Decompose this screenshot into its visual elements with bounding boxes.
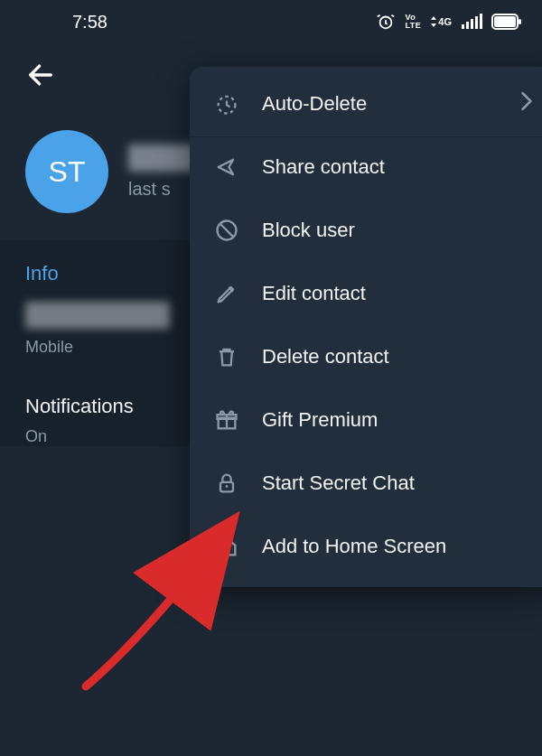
back-icon[interactable] <box>25 78 56 93</box>
svg-point-14 <box>226 485 229 488</box>
svg-rect-8 <box>519 19 521 24</box>
battery-icon <box>491 14 522 30</box>
timer-icon <box>213 90 240 117</box>
gift-icon <box>213 406 240 434</box>
lock-icon <box>213 470 240 497</box>
menu-label: Share contact <box>262 155 533 179</box>
avatar-initials: ST <box>49 155 86 189</box>
menu-item-gift-premium[interactable]: Gift Premium <box>190 388 542 452</box>
menu-label: Start Secret Chat <box>262 471 533 495</box>
menu-item-auto-delete[interactable]: Auto-Delete <box>190 72 542 135</box>
menu-item-delete-contact[interactable]: Delete contact <box>190 325 542 388</box>
chevron-right-icon <box>520 91 533 117</box>
svg-rect-3 <box>471 19 473 29</box>
pencil-icon <box>213 280 240 307</box>
add-home-icon <box>213 533 240 560</box>
svg-rect-7 <box>494 16 516 27</box>
menu-item-start-secret-chat[interactable]: Start Secret Chat <box>190 452 542 515</box>
svg-rect-5 <box>480 14 482 29</box>
menu-item-block-user[interactable]: Block user <box>190 199 542 262</box>
menu-item-add-to-home-screen[interactable]: Add to Home Screen <box>190 515 542 578</box>
block-icon <box>213 217 240 244</box>
menu-label: Edit contact <box>262 282 533 305</box>
menu-label: Delete contact <box>262 345 533 369</box>
menu-item-share-contact[interactable]: Share contact <box>190 135 542 199</box>
status-time: 7:58 <box>72 12 107 33</box>
context-menu: Auto-Delete Share contact Block user Edi… <box>190 67 542 587</box>
svg-rect-2 <box>466 22 469 29</box>
svg-rect-4 <box>475 16 478 29</box>
share-icon <box>213 154 240 181</box>
status-right: VoLTE 4G <box>376 12 522 32</box>
svg-rect-1 <box>462 24 464 29</box>
volte-icon: VoLTE <box>405 14 421 30</box>
menu-label: Auto-Delete <box>262 92 499 116</box>
menu-label: Gift Premium <box>262 408 533 432</box>
signal-icon <box>461 14 482 30</box>
menu-item-edit-contact[interactable]: Edit contact <box>190 262 542 325</box>
avatar[interactable]: ST <box>25 130 108 213</box>
phone-number-redacted[interactable] <box>25 302 170 329</box>
status-bar: 7:58 VoLTE 4G <box>0 0 542 43</box>
alarm-icon <box>376 12 396 32</box>
network-4g-icon: 4G <box>430 15 452 28</box>
menu-label: Add to Home Screen <box>262 535 533 558</box>
menu-label: Block user <box>262 219 533 242</box>
trash-icon <box>213 343 240 370</box>
